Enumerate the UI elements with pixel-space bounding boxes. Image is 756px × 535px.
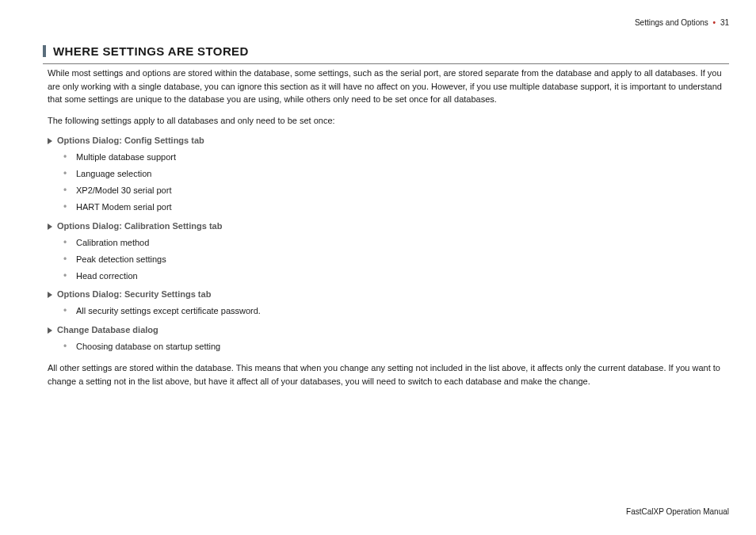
group-items: Calibration methodPeak detection setting… (48, 237, 729, 283)
triangle-right-icon (48, 292, 52, 298)
group-title: Options Dialog: Security Settings tab (57, 289, 211, 301)
group-heading: Change Database dialog (48, 324, 729, 337)
list-item: Multiple database support (68, 151, 729, 164)
settings-groups: Options Dialog: Config Settings tabMulti… (48, 135, 729, 353)
list-item: All security settings except certificate… (68, 305, 729, 318)
triangle-right-icon (48, 138, 52, 144)
group-title: Change Database dialog (57, 324, 158, 337)
bullet-separator-icon: • (713, 18, 716, 27)
group-heading: Options Dialog: Calibration Settings tab (48, 220, 729, 233)
list-item: Head correction (68, 270, 729, 283)
group-items: All security settings except certificate… (48, 305, 729, 318)
settings-group: Options Dialog: Calibration Settings tab… (48, 220, 729, 283)
content-body: While most settings and options are stor… (48, 63, 729, 396)
header-section-name: Settings and Options (635, 18, 708, 27)
group-title: Options Dialog: Calibration Settings tab (57, 220, 222, 233)
list-item: Language selection (68, 168, 729, 181)
group-items: Choosing database on startup setting (48, 341, 729, 353)
page-number: 31 (720, 18, 729, 27)
settings-group: Options Dialog: Config Settings tabMulti… (48, 135, 729, 214)
title-accent-icon (43, 45, 46, 57)
list-item: Peak detection settings (68, 254, 729, 266)
page-header: Settings and Options • 31 (635, 17, 729, 29)
section-title-container: WHERE SETTINGS ARE STORED (43, 43, 729, 64)
section-title: WHERE SETTINGS ARE STORED (43, 43, 729, 64)
document-page: Settings and Options • 31 WHERE SETTINGS… (0, 0, 756, 535)
list-item: XP2/Model 30 serial port (68, 185, 729, 197)
group-items: Multiple database supportLanguage select… (48, 151, 729, 214)
triangle-right-icon (48, 327, 52, 334)
section-title-text: WHERE SETTINGS ARE STORED (53, 44, 249, 58)
list-item: Calibration method (68, 237, 729, 250)
intro-paragraph: While most settings and options are stor… (48, 67, 729, 106)
group-heading: Options Dialog: Config Settings tab (48, 135, 729, 147)
list-item: HART Modem serial port (68, 201, 729, 214)
group-title: Options Dialog: Config Settings tab (57, 135, 204, 147)
settings-group: Options Dialog: Security Settings tabAll… (48, 289, 729, 318)
list-item: Choosing database on startup setting (68, 341, 729, 353)
lead-in-paragraph: The following settings apply to all data… (48, 114, 729, 128)
group-heading: Options Dialog: Security Settings tab (48, 289, 729, 301)
triangle-right-icon (48, 224, 52, 230)
page-footer: FastCalXP Operation Manual (626, 506, 729, 518)
closing-paragraph: All other settings are stored within the… (48, 361, 729, 388)
settings-group: Change Database dialogChoosing database … (48, 324, 729, 353)
